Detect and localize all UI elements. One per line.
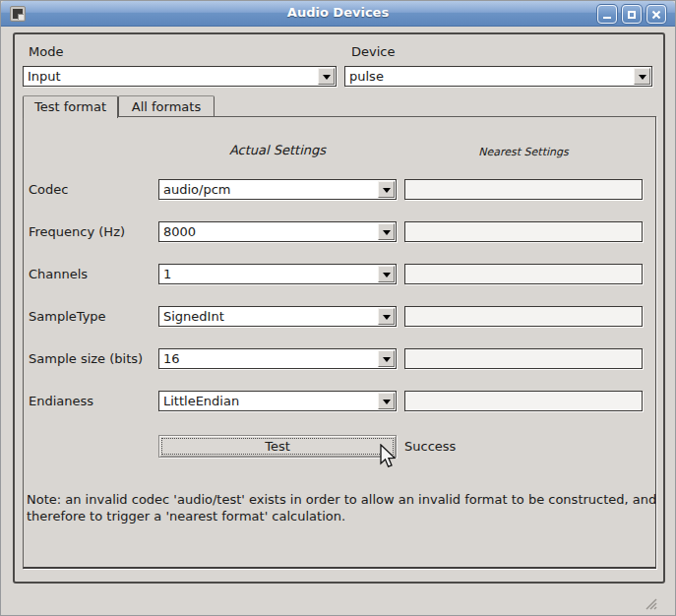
codec-dropdown-button[interactable] xyxy=(378,181,395,198)
mode-select[interactable]: Input xyxy=(23,66,337,87)
minimize-icon xyxy=(603,17,611,19)
endianess-select[interactable]: LittleEndian xyxy=(158,391,397,411)
samplesize-value: 16 xyxy=(163,349,376,368)
tab-test-format[interactable]: Test format xyxy=(23,95,118,118)
codec-nearest-field xyxy=(404,179,643,200)
sampletype-select[interactable]: SignedInt xyxy=(158,306,397,327)
minimize-button[interactable] xyxy=(597,5,617,24)
chevron-down-icon xyxy=(383,400,391,404)
chevron-down-icon xyxy=(383,357,391,362)
channels-select[interactable]: 1 xyxy=(158,264,397,284)
channels-dropdown-button[interactable] xyxy=(378,266,395,282)
note-text: Note: an invalid codec 'audio/test' exis… xyxy=(27,491,666,524)
status-text: Success xyxy=(404,435,456,458)
samplesize-select[interactable]: 16 xyxy=(158,348,397,369)
mode-dropdown-button[interactable] xyxy=(318,68,335,85)
device-label: Device xyxy=(351,44,395,61)
chevron-down-icon xyxy=(383,188,391,193)
tab-all-formats[interactable]: All formats xyxy=(118,95,215,116)
codec-select[interactable]: audio/pcm xyxy=(158,179,397,200)
maximize-icon xyxy=(628,11,636,19)
samplesize-dropdown-button[interactable] xyxy=(378,350,395,367)
window-title: Audio Devices xyxy=(1,5,675,20)
frequency-label: Frequency (Hz) xyxy=(29,221,125,242)
codec-value: audio/pcm xyxy=(163,180,376,199)
sampletype-dropdown-button[interactable] xyxy=(378,308,395,325)
mode-label: Mode xyxy=(29,44,63,61)
endianess-label: Endianess xyxy=(29,391,93,411)
sampletype-nearest-field xyxy=(404,306,643,327)
channels-label: Channels xyxy=(29,264,88,284)
device-value: pulse xyxy=(349,67,632,86)
device-dropdown-button[interactable] xyxy=(634,68,650,85)
channels-value: 1 xyxy=(163,265,376,283)
endianess-value: LittleEndian xyxy=(163,392,376,410)
samplesize-nearest-field xyxy=(404,348,643,369)
channels-nearest-field xyxy=(404,264,643,284)
frequency-value: 8000 xyxy=(163,222,376,241)
frequency-dropdown-button[interactable] xyxy=(378,223,395,240)
device-select[interactable]: pulse xyxy=(344,66,652,87)
resize-grip-icon[interactable] xyxy=(642,594,657,610)
test-button[interactable]: Test xyxy=(158,435,397,458)
frequency-nearest-field xyxy=(404,221,643,242)
sampletype-label: SampleType xyxy=(29,306,106,327)
close-button[interactable] xyxy=(646,5,666,24)
titlebar[interactable]: Audio Devices xyxy=(1,1,675,27)
chevron-down-icon xyxy=(383,273,391,277)
actual-settings-header: Actual Settings xyxy=(158,143,397,157)
chevron-down-icon xyxy=(383,315,391,320)
endianess-nearest-field xyxy=(404,391,643,411)
chevron-down-icon xyxy=(383,230,391,235)
nearest-settings-header: Nearest Settings xyxy=(404,146,643,158)
chevron-down-icon xyxy=(639,75,646,80)
samplesize-label: Sample size (bits) xyxy=(29,348,143,369)
codec-label: Codec xyxy=(29,179,68,200)
frequency-select[interactable]: 8000 xyxy=(158,221,397,242)
mode-value: Input xyxy=(28,67,316,86)
sampletype-value: SignedInt xyxy=(163,307,376,326)
endianess-dropdown-button[interactable] xyxy=(378,393,395,409)
chevron-down-icon xyxy=(323,75,331,80)
maximize-button[interactable] xyxy=(622,5,642,24)
audio-devices-window: Audio Devices Mode Input Device pulse Te… xyxy=(0,0,676,616)
